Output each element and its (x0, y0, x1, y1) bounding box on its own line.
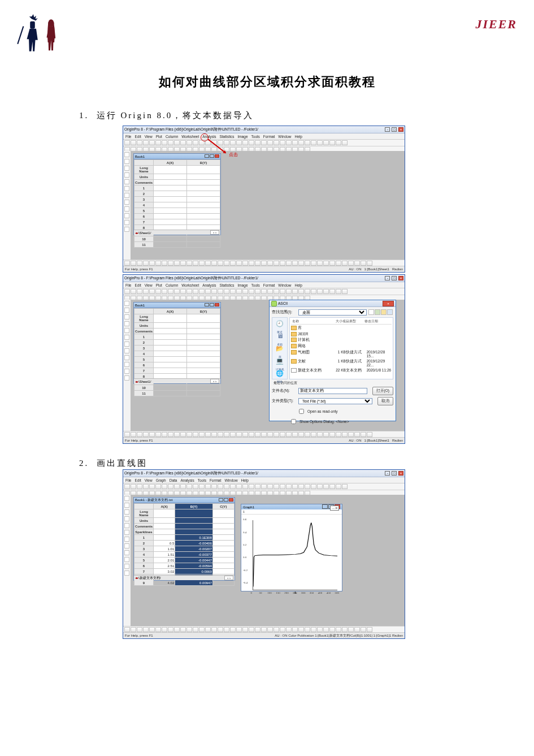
menu-window[interactable]: Window (278, 283, 291, 287)
toolbar-button[interactable] (255, 432, 261, 437)
cell[interactable] (187, 334, 220, 340)
side-tool[interactable] (124, 362, 129, 367)
side-tool[interactable] (124, 166, 129, 171)
side-tool[interactable] (124, 543, 129, 548)
toolbar-button[interactable] (329, 432, 335, 437)
toolbar-button[interactable] (298, 289, 304, 294)
toolbar-button[interactable] (236, 484, 242, 489)
toolbar-button[interactable] (292, 140, 298, 145)
menu-window[interactable]: Window (278, 135, 291, 139)
toolbar-button[interactable] (186, 289, 192, 294)
file-item[interactable]: JIEER (291, 332, 392, 336)
toolbar-button[interactable] (273, 627, 279, 632)
toolbar-button[interactable] (180, 289, 186, 294)
toolbar-button[interactable] (162, 289, 167, 294)
toolbar-button[interactable] (348, 627, 354, 632)
menu-help[interactable]: Help (294, 283, 302, 287)
side-tool[interactable] (124, 375, 129, 381)
toolbar-button[interactable] (199, 261, 205, 266)
toolbar-button[interactable] (317, 289, 323, 294)
toolbar-button[interactable] (261, 484, 267, 489)
toolbar-button[interactable] (168, 289, 173, 294)
cell[interactable]: 3.02 (154, 569, 175, 574)
toolbar-button[interactable] (168, 140, 173, 145)
toolbar-button[interactable] (292, 484, 298, 489)
recent-pos-link[interactable]: 最近访问的位置 (273, 381, 393, 386)
toolbar-button[interactable] (180, 432, 186, 437)
ws-close[interactable] (229, 498, 233, 502)
toolbar-button[interactable] (199, 627, 205, 632)
cell[interactable]: 2.01 (154, 558, 175, 563)
toolbar-button[interactable] (317, 627, 323, 632)
toolbar-button[interactable] (174, 261, 180, 266)
cell[interactable]: -0.00447 (175, 558, 213, 563)
toolbar-button[interactable] (329, 140, 335, 145)
toolbar-button[interactable] (317, 484, 323, 489)
toolbar-button[interactable] (205, 289, 211, 294)
toolbar-button[interactable] (162, 432, 167, 437)
toolbar-button[interactable] (329, 289, 335, 294)
toolbar-button[interactable] (230, 432, 236, 437)
cell[interactable] (212, 535, 234, 541)
cell[interactable] (154, 535, 175, 541)
side-tool[interactable] (124, 537, 129, 542)
menu-edit[interactable]: Edit (134, 135, 141, 139)
toolbar-button[interactable] (311, 261, 316, 266)
side-tool[interactable] (124, 220, 129, 225)
toolbar-button[interactable] (205, 627, 211, 632)
side-tool[interactable] (124, 321, 129, 326)
cell[interactable] (187, 242, 220, 248)
col-a[interactable]: A(X) (154, 504, 175, 509)
toolbar-button[interactable] (311, 484, 316, 489)
ws-min[interactable] (205, 154, 209, 158)
toolbar-button[interactable] (193, 289, 198, 294)
cell[interactable] (154, 191, 187, 197)
cell[interactable] (154, 185, 187, 191)
ws-max[interactable] (210, 154, 214, 158)
minimize-button[interactable]: - (385, 127, 390, 132)
side-tool[interactable] (124, 186, 129, 191)
menu-format[interactable]: Format (210, 478, 222, 482)
cell[interactable] (187, 219, 220, 225)
toolbar-button[interactable] (155, 484, 161, 489)
toolbar-button[interactable] (186, 432, 192, 437)
toolbar-button[interactable] (218, 140, 223, 145)
toolbar-button[interactable] (162, 484, 167, 489)
toolbar-button[interactable] (342, 432, 348, 437)
toolbar-button[interactable] (155, 432, 161, 437)
scroll-tab[interactable]: ‹ › (210, 379, 219, 383)
toolbar-button[interactable] (155, 289, 161, 294)
toolbar-button[interactable] (323, 289, 329, 294)
toolbar-button[interactable] (267, 289, 273, 294)
cell[interactable]: 1.51 (154, 552, 175, 558)
toolbar-button[interactable] (242, 261, 248, 266)
toolbar-button[interactable] (224, 140, 229, 145)
cell[interactable] (187, 362, 220, 368)
toolbar-button[interactable] (193, 432, 198, 437)
places-网络[interactable]: 🌐网络 (275, 370, 285, 380)
cell[interactable] (154, 202, 187, 208)
toolbar-button[interactable] (280, 140, 285, 145)
cell[interactable] (212, 546, 234, 552)
side-tool[interactable] (124, 335, 129, 340)
toolbar-button[interactable] (224, 627, 229, 632)
toolbar-button[interactable] (124, 261, 130, 266)
cell[interactable] (187, 202, 220, 208)
toolbar-button[interactable] (193, 484, 198, 489)
cell[interactable] (187, 236, 220, 242)
toolbar-button[interactable] (367, 627, 372, 632)
showoptions-checkbox[interactable] (291, 419, 296, 424)
cell[interactable] (154, 391, 187, 396)
toolbar-button[interactable] (124, 289, 130, 294)
menu-tools[interactable]: Tools (251, 135, 260, 139)
toolbar-button[interactable] (329, 627, 335, 632)
toolbar-button[interactable] (230, 289, 236, 294)
toolbar-button[interactable] (261, 289, 267, 294)
toolbar-button[interactable] (137, 484, 142, 489)
side-tool[interactable] (124, 503, 129, 508)
side-tool[interactable] (124, 557, 129, 562)
toolbar-button[interactable] (186, 261, 192, 266)
toolbar-button[interactable] (298, 140, 304, 145)
toolbar-button[interactable] (323, 140, 329, 145)
toolbar-button[interactable] (298, 627, 304, 632)
